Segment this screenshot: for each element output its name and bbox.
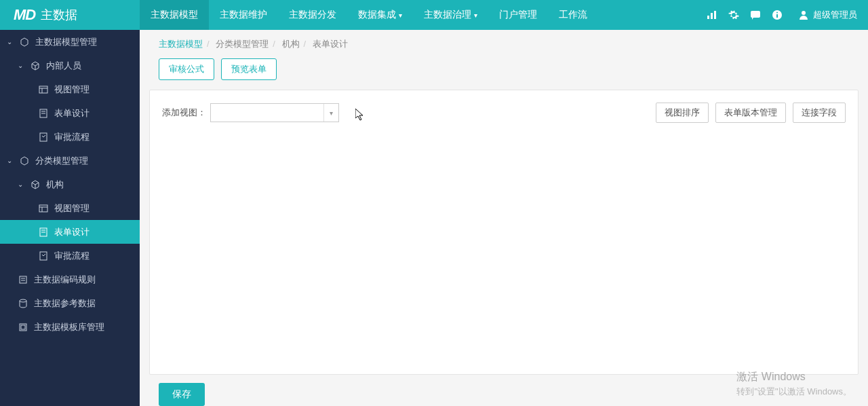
svg-rect-15 [39, 205, 47, 212]
link-field-button[interactable]: 连接字段 [793, 103, 846, 123]
form-icon [38, 227, 49, 238]
breadcrumb-item[interactable]: 机构 [282, 39, 300, 49]
nav-integrate[interactable]: 数据集成▾ [347, 0, 413, 30]
sidebar-item-category-mgmt[interactable]: ⌄分类模型管理 [0, 149, 140, 172]
sidebar-item-ref-data[interactable]: 主数据参考数据 [0, 291, 140, 315]
audit-formula-button[interactable]: 审核公式 [159, 58, 214, 80]
sidebar-item-org[interactable]: ⌄机构 [0, 172, 140, 196]
add-view-row: 添加视图： ▾ 视图排序 表单版本管理 连接字段 [162, 103, 846, 123]
form-version-button[interactable]: 表单版本管理 [715, 103, 786, 123]
logo[interactable]: MD 主数据 [0, 6, 140, 24]
nav-portal[interactable]: 门户管理 [488, 0, 548, 30]
svg-point-6 [776, 12, 778, 14]
logo-icon: MD [14, 6, 35, 24]
flow-icon [38, 132, 49, 143]
add-view-label: 添加视图： [162, 107, 206, 119]
save-row: 保存 [140, 375, 868, 406]
action-bar: 审核公式 预览表单 [140, 58, 868, 90]
cube-group-icon [19, 155, 30, 166]
main-content: 主数据模型/ 分类模型管理/ 机构/ 表单设计 审核公式 预览表单 添加视图： … [140, 30, 868, 406]
svg-rect-1 [711, 13, 713, 19]
svg-point-25 [20, 299, 26, 302]
sidebar-item-view-mgmt-2[interactable]: 视图管理 [0, 196, 140, 220]
sidebar: ⌄主数据模型管理 ⌄内部人员 视图管理 表单设计 审批流程 ⌄分类模型管理 ⌄机… [0, 30, 140, 406]
table-icon [38, 203, 49, 214]
user-menu[interactable]: 超级管理员 [793, 9, 857, 21]
svg-rect-3 [751, 11, 760, 18]
sidebar-item-code-rules[interactable]: 主数据编码规则 [0, 267, 140, 291]
cube-icon [30, 179, 41, 190]
preview-form-button[interactable]: 预览表单 [221, 58, 277, 80]
sidebar-item-approval[interactable]: 审批流程 [0, 125, 140, 149]
breadcrumb-item[interactable]: 分类模型管理 [216, 39, 269, 49]
sidebar-item-model-mgmt[interactable]: ⌄主数据模型管理 [0, 30, 140, 54]
top-nav: 主数据模型 主数据维护 主数据分发 数据集成▾ 主数据治理▾ 门户管理 工作流 [140, 0, 598, 30]
nav-distribute[interactable]: 主数据分发 [278, 0, 347, 30]
chart-icon[interactable] [706, 9, 718, 21]
svg-rect-27 [21, 325, 25, 329]
flow-icon [38, 251, 49, 261]
svg-rect-2 [714, 11, 716, 19]
sidebar-item-template-lib[interactable]: 主数据模板库管理 [0, 315, 140, 339]
chat-icon[interactable] [749, 9, 762, 21]
svg-rect-0 [707, 16, 709, 19]
sidebar-item-form-design[interactable]: 表单设计 [0, 101, 140, 125]
sidebar-item-internal-staff[interactable]: ⌄内部人员 [0, 54, 140, 77]
breadcrumb: 主数据模型/ 分类模型管理/ 机构/ 表单设计 [140, 30, 868, 58]
user-icon [798, 10, 809, 20]
chevron-down-icon: ▾ [474, 12, 477, 19]
cube-group-icon [19, 37, 30, 48]
chevron-down-icon: ▾ [323, 104, 338, 122]
row-buttons: 视图排序 表单版本管理 连接字段 [656, 103, 846, 123]
logo-text: 主数据 [41, 7, 77, 23]
user-name: 超级管理员 [813, 9, 857, 21]
lib-icon [18, 322, 28, 333]
chevron-down-icon: ⌄ [16, 181, 24, 188]
chevron-down-icon: ⌄ [5, 157, 14, 164]
chevron-down-icon: ⌄ [16, 62, 24, 69]
nav-maintain[interactable]: 主数据维护 [209, 0, 278, 30]
sidebar-item-view-mgmt[interactable]: 视图管理 [0, 77, 140, 101]
svg-point-7 [802, 11, 806, 15]
ref-icon [18, 298, 28, 309]
rules-icon [18, 274, 28, 285]
nav-model[interactable]: 主数据模型 [140, 0, 209, 30]
chevron-down-icon: ⌄ [5, 38, 14, 45]
gear-icon[interactable] [728, 9, 740, 21]
table-icon [38, 84, 49, 95]
nav-workflow[interactable]: 工作流 [548, 0, 598, 30]
svg-rect-5 [776, 14, 778, 18]
add-view-select[interactable]: ▾ [210, 103, 339, 122]
content-panel: 添加视图： ▾ 视图排序 表单版本管理 连接字段 [149, 90, 859, 375]
svg-rect-8 [39, 86, 47, 93]
info-icon[interactable] [771, 9, 783, 21]
chevron-down-icon: ▾ [399, 12, 402, 19]
sidebar-item-approval-2[interactable]: 审批流程 [0, 244, 140, 267]
header-right: 超级管理员 [706, 9, 868, 21]
sidebar-item-form-design-2[interactable]: 表单设计 [0, 220, 140, 244]
svg-rect-22 [20, 276, 26, 283]
view-sort-button[interactable]: 视图排序 [656, 103, 709, 123]
cube-icon [30, 60, 41, 71]
nav-govern[interactable]: 主数据治理▾ [413, 0, 488, 30]
header: MD 主数据 主数据模型 主数据维护 主数据分发 数据集成▾ 主数据治理▾ 门户… [0, 0, 868, 30]
breadcrumb-item: 表单设计 [313, 39, 348, 49]
breadcrumb-item[interactable]: 主数据模型 [159, 39, 203, 49]
save-button[interactable]: 保存 [159, 383, 205, 406]
form-icon [38, 108, 49, 119]
